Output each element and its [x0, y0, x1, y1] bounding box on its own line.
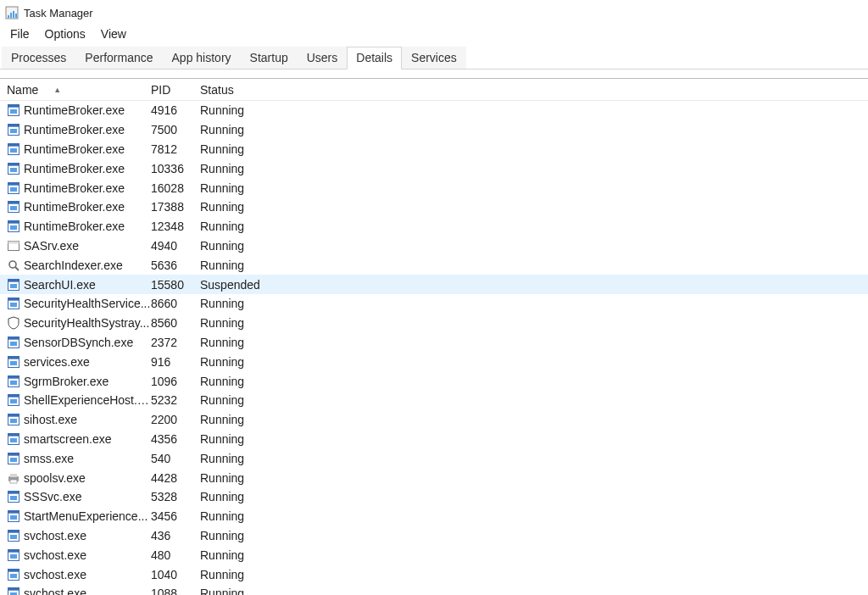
process-row[interactable]: SASrv.exe4940Running: [0, 236, 868, 256]
cell-name: SecurityHealthService...: [7, 297, 151, 310]
sort-caret-up-icon: ▲: [53, 86, 61, 94]
cell-status: Running: [200, 336, 868, 349]
process-row[interactable]: SearchUI.exe15580Suspended: [0, 275, 868, 294]
tab-startup[interactable]: Startup: [241, 47, 298, 69]
process-row[interactable]: RuntimeBroker.exe4916Running: [0, 101, 868, 120]
process-row[interactable]: RuntimeBroker.exe10336Running: [0, 158, 868, 178]
shield-icon: [7, 316, 20, 330]
tab-details[interactable]: Details: [347, 47, 402, 70]
cell-name: RuntimeBroker.exe: [7, 220, 151, 233]
process-row[interactable]: SecurityHealthSystray...8560Running: [0, 314, 868, 333]
process-name: SSSvc.exe: [24, 490, 81, 503]
app-icon: [7, 297, 20, 310]
process-row[interactable]: smartscreen.exe4356Running: [0, 430, 868, 449]
app-icon: [7, 162, 20, 175]
app-icon: [7, 375, 20, 388]
cell-pid: 5232: [151, 393, 200, 407]
cell-pid: 436: [151, 529, 200, 542]
process-name: smartscreen.exe: [24, 432, 111, 446]
tab-users[interactable]: Users: [298, 47, 348, 69]
process-name: RuntimeBroker.exe: [24, 103, 125, 117]
process-row[interactable]: SSSvc.exe5328Running: [0, 487, 868, 507]
process-row[interactable]: RuntimeBroker.exe12348Running: [0, 217, 868, 236]
app-icon: [7, 142, 20, 156]
cell-name: smartscreen.exe: [7, 432, 151, 446]
process-row[interactable]: svchost.exe1088Running: [0, 584, 868, 595]
process-name: services.exe: [24, 355, 90, 369]
menu-options[interactable]: Options: [38, 25, 92, 42]
cell-name: SecurityHealthSystray...: [7, 316, 151, 330]
window-title: Task Manager: [24, 7, 93, 19]
process-row[interactable]: SgrmBroker.exe1096Running: [0, 371, 868, 391]
process-row[interactable]: RuntimeBroker.exe7500Running: [0, 120, 868, 140]
process-row[interactable]: svchost.exe1040Running: [0, 564, 868, 584]
cell-status: Running: [200, 529, 868, 542]
printer-icon: [7, 471, 20, 485]
cell-pid: 5328: [151, 490, 200, 503]
app-icon: [7, 123, 20, 136]
process-row[interactable]: RuntimeBroker.exe7812Running: [0, 140, 868, 159]
app-icon: [7, 413, 20, 426]
cell-name: svchost.exe: [7, 529, 151, 542]
cell-status: Running: [200, 181, 868, 195]
menu-file[interactable]: File: [3, 25, 36, 42]
process-row[interactable]: spoolsv.exe4428Running: [0, 468, 868, 487]
cell-pid: 7812: [151, 142, 200, 156]
app-icon: [7, 220, 20, 233]
process-row[interactable]: SensorDBSynch.exe2372Running: [0, 333, 868, 353]
cell-pid: 5636: [151, 259, 200, 272]
process-row[interactable]: RuntimeBroker.exe17388Running: [0, 197, 868, 217]
cell-status: Running: [200, 509, 868, 523]
app-icon: [7, 509, 20, 523]
cell-status: Running: [200, 432, 868, 446]
app-icon: [7, 490, 20, 503]
process-row[interactable]: sihost.exe2200Running: [0, 410, 868, 430]
column-header-name[interactable]: Name ▲: [7, 83, 151, 97]
process-name: spoolsv.exe: [24, 471, 86, 485]
cell-status: Running: [200, 239, 868, 253]
search-icon: [7, 259, 20, 272]
column-header-pid[interactable]: PID: [151, 83, 200, 97]
cell-status: Running: [200, 471, 868, 485]
cell-pid: 15580: [151, 278, 200, 292]
cell-status: Running: [200, 297, 868, 310]
titlebar: Task Manager: [0, 0, 868, 24]
process-row[interactable]: svchost.exe480Running: [0, 545, 868, 564]
cell-name: svchost.exe: [7, 548, 151, 562]
cell-pid: 4940: [151, 239, 200, 253]
cell-pid: 4916: [151, 103, 200, 117]
cell-status: Running: [200, 548, 868, 562]
tab-processes[interactable]: Processes: [2, 47, 75, 69]
cell-name: RuntimeBroker.exe: [7, 181, 151, 195]
process-name: SearchIndexer.exe: [24, 259, 123, 272]
cell-pid: 540: [151, 452, 200, 465]
task-manager-icon: [5, 6, 19, 19]
cell-name: sihost.exe: [7, 413, 151, 426]
menu-view[interactable]: View: [94, 25, 133, 42]
process-name: RuntimeBroker.exe: [24, 220, 125, 233]
process-row[interactable]: SearchIndexer.exe5636Running: [0, 255, 868, 275]
tab-app-history[interactable]: App history: [163, 47, 241, 69]
process-row[interactable]: svchost.exe436Running: [0, 526, 868, 546]
window-icon: [7, 239, 20, 253]
tab-services[interactable]: Services: [402, 47, 466, 69]
column-header-status[interactable]: Status: [200, 83, 868, 97]
cell-name: SgrmBroker.exe: [7, 375, 151, 388]
app-icon: [7, 568, 20, 581]
app-icon: [7, 529, 20, 542]
cell-status: Running: [200, 103, 868, 117]
process-row[interactable]: smss.exe540Running: [0, 448, 868, 468]
process-row[interactable]: ShellExperienceHost.e...5232Running: [0, 391, 868, 410]
process-name: SecurityHealthSystray...: [24, 316, 149, 330]
process-row[interactable]: StartMenuExperience...3456Running: [0, 507, 868, 526]
cell-name: SearchIndexer.exe: [7, 259, 151, 272]
process-row[interactable]: RuntimeBroker.exe16028Running: [0, 178, 868, 197]
process-name: RuntimeBroker.exe: [24, 162, 125, 175]
process-name: svchost.exe: [24, 548, 86, 562]
process-name: sihost.exe: [24, 413, 77, 426]
process-row[interactable]: services.exe916Running: [0, 352, 868, 371]
cell-status: Running: [200, 259, 868, 272]
process-row[interactable]: SecurityHealthService...8660Running: [0, 294, 868, 314]
tab-performance[interactable]: Performance: [75, 47, 162, 69]
process-name: svchost.exe: [24, 529, 86, 542]
